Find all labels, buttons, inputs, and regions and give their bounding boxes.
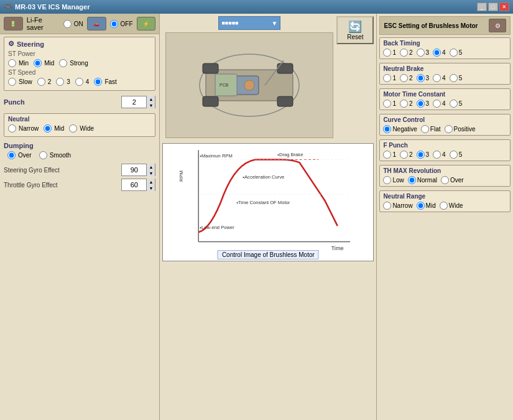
st-speed-3-radio[interactable]	[56, 78, 64, 86]
dumping-over-label: Over	[18, 152, 32, 159]
throttle-gyro-value: 60	[122, 181, 146, 189]
st-speed-row: Slow 2 3 4 Fast	[8, 78, 151, 86]
punch-row: Punch 2 ▲ ▼	[4, 96, 155, 108]
neutral-wide-radio[interactable]	[69, 124, 77, 133]
punch-decrement-button[interactable]: ▼	[146, 102, 155, 108]
cc-flat[interactable]	[421, 125, 429, 133]
st-speed-fast-radio[interactable]	[94, 78, 102, 86]
throttle-gyro-decrement[interactable]: ▼	[146, 185, 155, 191]
esc-icon: ⚙	[489, 19, 506, 32]
punch-increment-button[interactable]: ▲	[146, 96, 155, 102]
steering-section: ⚙ Steering ST Power Min Mid Strong ST Sp…	[4, 37, 155, 91]
life-saver-off-radio[interactable]	[110, 20, 118, 28]
fp-2[interactable]	[400, 151, 408, 159]
esc-title: ESC Setting of Brushless Motor	[384, 22, 478, 29]
neutral-brake-section: Neutral Brake 1 2 3 4 5	[379, 63, 511, 85]
steering-gyro-value: 90	[122, 166, 146, 174]
curve-control-row: Negative Flat Positive	[383, 125, 507, 133]
svg-rect-2	[203, 63, 218, 73]
motor-time-constant-row: 1 2 3 4 5	[383, 100, 507, 108]
tmr-low[interactable]	[383, 176, 391, 184]
svg-text:RPM: RPM	[178, 170, 184, 182]
neutral-mid-label: Mid	[54, 125, 64, 132]
fp-4[interactable]	[433, 151, 441, 159]
car-dropdown[interactable]: ■■■■■ ▼	[218, 16, 280, 30]
tmr-over[interactable]	[441, 176, 449, 184]
throttle-gyro-input[interactable]: 60 ▲ ▼	[121, 179, 155, 191]
svg-text:PCB: PCB	[220, 83, 229, 87]
neutral-range-row: Narrow Mid Wide	[383, 202, 507, 210]
st-power-mid-label: Mid	[44, 60, 54, 67]
bt-1[interactable]	[383, 49, 391, 57]
steering-gyro-row: Steering Gyro Effect 90 ▲ ▼	[4, 164, 155, 176]
back-timing-section: Back Timing 1 2 3 4 5	[379, 37, 511, 59]
nb-3[interactable]	[417, 74, 425, 82]
th-max-revolution-section: TH MAX Revolution Low Normal Over	[379, 165, 511, 187]
nb-5[interactable]	[450, 74, 458, 82]
bt-4[interactable]	[433, 49, 441, 57]
st-speed-4-radio[interactable]	[75, 78, 83, 86]
nr-narrow[interactable]	[383, 202, 391, 210]
dumping-smooth-label: Smooth	[50, 152, 71, 159]
neutral-narrow-radio[interactable]	[8, 124, 16, 133]
mtc-3[interactable]	[417, 100, 425, 108]
life-saver-on-label: ON	[74, 21, 83, 27]
svg-rect-5	[277, 96, 293, 106]
bt-3[interactable]	[417, 49, 425, 57]
mtc-4[interactable]	[433, 100, 441, 108]
cc-positive[interactable]	[445, 125, 453, 133]
neutral-mid-radio[interactable]	[44, 124, 52, 133]
st-power-min-label: Min	[19, 60, 29, 67]
life-saver-on-radio[interactable]	[63, 20, 72, 28]
bt-5[interactable]	[450, 49, 458, 57]
life-saver-label: Li-Fe saver	[27, 16, 60, 31]
mtc-1[interactable]	[383, 100, 391, 108]
steering-title: ⚙ Steering	[8, 40, 151, 48]
nb-4[interactable]	[433, 74, 441, 82]
right-panel: ESC Setting of Brushless Motor ⚙ Back Ti…	[376, 14, 513, 420]
dumping-smooth-radio[interactable]	[39, 151, 47, 159]
punch-label: Punch	[4, 98, 25, 106]
steering-icon: ⚙	[8, 40, 14, 48]
battery-icon: ⚡	[137, 17, 156, 30]
main-area: 🔋 Li-Fe saver ON 🚗 OFF ⚡ ⚙ Steering ST P…	[0, 14, 513, 420]
fp-3[interactable]	[417, 151, 425, 159]
dumping-row: Over Smooth	[7, 151, 152, 159]
nr-mid[interactable]	[417, 202, 425, 210]
curve-control-title: Curve Control	[383, 116, 507, 123]
reset-button[interactable]: 🔄 Reset	[336, 16, 374, 44]
life-saver-icon: 🔋	[4, 17, 23, 30]
fp-5[interactable]	[450, 151, 458, 159]
punch-spinner-buttons: ▲ ▼	[146, 96, 155, 108]
dumping-over-radio[interactable]	[7, 151, 16, 159]
back-timing-row: 1 2 3 4 5	[383, 49, 507, 57]
mtc-5[interactable]	[450, 100, 458, 108]
st-speed-2-radio[interactable]	[37, 78, 45, 86]
st-power-strong-radio[interactable]	[59, 59, 67, 67]
bt-2[interactable]	[400, 49, 408, 57]
fp-1[interactable]	[383, 151, 391, 159]
throttle-gyro-row: Throttle Gyro Effect 60 ▲ ▼	[4, 179, 155, 191]
minimize-button[interactable]: _	[477, 2, 487, 11]
st-speed-slow-radio[interactable]	[8, 78, 16, 86]
st-power-min-radio[interactable]	[8, 59, 16, 67]
nb-1[interactable]	[383, 74, 391, 82]
nr-wide[interactable]	[440, 202, 448, 210]
st-power-strong-label: Strong	[70, 60, 88, 67]
steering-gyro-increment[interactable]: ▲	[146, 164, 155, 170]
steering-gyro-input[interactable]: 90 ▲ ▼	[121, 164, 155, 176]
punch-spinner[interactable]: 2 ▲ ▼	[121, 96, 155, 108]
throttle-gyro-increment[interactable]: ▲	[146, 179, 155, 185]
life-saver-off-group: OFF	[110, 20, 133, 28]
close-button[interactable]: ✕	[499, 2, 509, 11]
app-title: MR-03 VE ICS Manager	[15, 3, 90, 11]
steering-gyro-decrement[interactable]: ▼	[146, 170, 155, 176]
st-speed-label: ST Speed	[8, 69, 151, 76]
reset-label: Reset	[343, 34, 367, 40]
st-power-mid-radio[interactable]	[34, 59, 42, 67]
tmr-normal[interactable]	[408, 176, 416, 184]
cc-negative[interactable]	[383, 125, 391, 133]
maximize-button[interactable]: □	[488, 2, 498, 11]
nb-2[interactable]	[400, 74, 408, 82]
mtc-2[interactable]	[400, 100, 408, 108]
